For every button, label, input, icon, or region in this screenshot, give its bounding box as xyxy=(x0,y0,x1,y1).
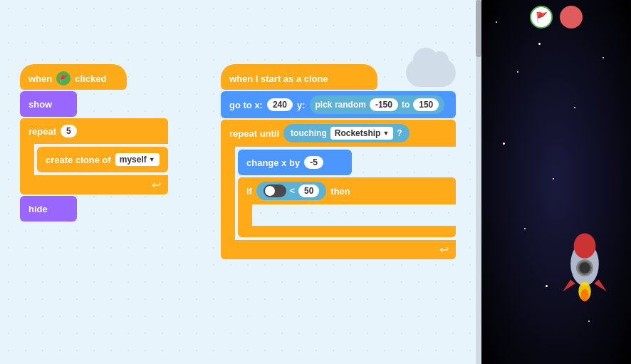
pick-random-to-label: to xyxy=(402,100,410,110)
hide-block[interactable]: hide xyxy=(20,196,77,222)
scratch-canvas[interactable]: when 🚩 clicked show repeat 5 create clon… xyxy=(0,0,481,364)
show-label: show xyxy=(28,99,52,110)
create-clone-label: create clone of xyxy=(46,155,111,165)
if-block[interactable]: if < 50 then xyxy=(238,177,456,237)
star xyxy=(517,71,518,73)
block-group-clone: when I start as a clone go to x: 240 y: … xyxy=(221,64,456,259)
stage-controls: 🚩 xyxy=(481,6,631,28)
pick-random-to[interactable]: 150 xyxy=(413,98,439,111)
rocket-sprite xyxy=(546,229,624,307)
green-flag-icon: 🚩 xyxy=(536,11,548,23)
clone-target-dropdown[interactable]: myself xyxy=(115,153,160,166)
goto-y-label: y: xyxy=(297,100,306,110)
stop-button[interactable] xyxy=(560,6,583,28)
show-block[interactable]: show xyxy=(20,91,77,117)
star xyxy=(574,107,575,108)
repeat-block[interactable]: repeat 5 create clone of myself ↩ xyxy=(20,118,168,194)
goto-label: go to x: xyxy=(229,100,263,110)
touching-target-dropdown[interactable]: Rocketship xyxy=(330,127,394,140)
star xyxy=(524,228,526,229)
scratch-scrollbar[interactable] xyxy=(476,0,481,364)
if-condition[interactable]: < 50 xyxy=(256,182,326,200)
pick-random-label: pick random xyxy=(316,100,366,110)
hide-label: hide xyxy=(28,204,48,214)
svg-point-1 xyxy=(574,234,596,259)
then-label: then xyxy=(330,186,350,197)
svg-point-3 xyxy=(579,262,590,273)
repeat-arrow-icon: ↩ xyxy=(152,178,161,192)
pick-random-from[interactable]: -150 xyxy=(370,98,398,111)
change-x-block[interactable]: change x by -5 xyxy=(238,150,352,175)
condition-value[interactable]: 50 xyxy=(298,184,319,197)
toggle-condition[interactable] xyxy=(264,184,286,197)
repeat-until-block[interactable]: repeat until touching Rocketship ? chang… xyxy=(221,120,456,259)
svg-marker-4 xyxy=(563,280,575,292)
green-flag-button[interactable]: 🚩 xyxy=(530,6,553,28)
star xyxy=(588,321,590,322)
repeat-until-label: repeat until xyxy=(229,128,279,139)
when-clone-block[interactable]: when I start as a clone xyxy=(221,64,377,90)
repeat-label: repeat xyxy=(28,126,56,137)
stage: 🚩 xyxy=(481,0,631,364)
touching-label: touching xyxy=(291,128,327,138)
create-clone-block[interactable]: create clone of myself xyxy=(37,147,168,172)
repeat-until-arrow-icon: ↩ xyxy=(439,243,449,256)
star xyxy=(553,178,554,180)
goto-x-value[interactable]: 240 xyxy=(267,98,293,111)
star xyxy=(503,142,505,145)
green-flag-icon: 🚩 xyxy=(56,71,71,85)
change-x-label: change x by xyxy=(246,157,300,168)
star xyxy=(603,57,604,58)
svg-marker-5 xyxy=(594,280,607,292)
clicked-label: clicked xyxy=(75,73,106,84)
star xyxy=(538,43,541,45)
lt-operator: < xyxy=(290,186,295,196)
block-group-when-clicked: when 🚩 clicked show repeat 5 create clon… xyxy=(20,64,168,222)
goto-block[interactable]: go to x: 240 y: pick random -150 to 150 xyxy=(221,91,456,118)
scrollbar-thumb[interactable] xyxy=(476,0,481,57)
touching-condition[interactable]: touching Rocketship ? xyxy=(283,124,410,142)
when-clone-label: when I start as a clone xyxy=(229,73,328,84)
svg-point-7 xyxy=(581,289,589,302)
when-label: when xyxy=(28,73,52,84)
pick-random-block[interactable]: pick random -150 to 150 xyxy=(310,95,445,114)
when-green-flag-block[interactable]: when 🚩 clicked xyxy=(20,64,127,90)
change-x-value[interactable]: -5 xyxy=(304,156,323,169)
repeat-value[interactable]: 5 xyxy=(61,125,77,137)
if-label: if xyxy=(246,186,252,197)
question-mark: ? xyxy=(397,128,402,138)
stage-background xyxy=(481,0,631,364)
